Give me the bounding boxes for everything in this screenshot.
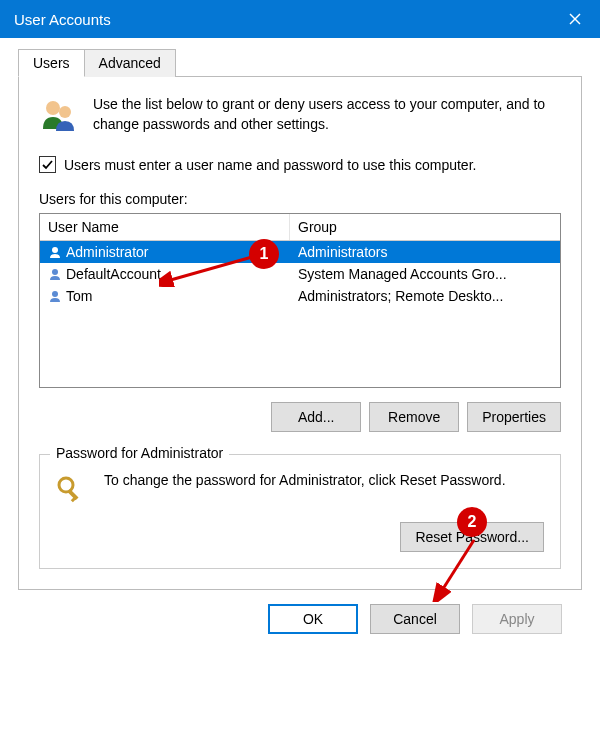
user-name: Tom [66,288,92,304]
user-row-administrator[interactable]: Administrator Administrators [40,241,560,263]
password-groupbox-legend: Password for Administrator [50,445,229,461]
user-group: System Managed Accounts Gro... [290,263,560,285]
ok-button[interactable]: OK [268,604,358,634]
reset-password-button[interactable]: Reset Password... [400,522,544,552]
user-group: Administrators; Remote Deskto... [290,285,560,307]
close-button[interactable] [550,0,600,38]
col-header-username[interactable]: User Name [40,214,290,240]
tab-users[interactable]: Users [18,49,85,77]
intro-text: Use the list below to grant or deny user… [93,95,561,138]
user-name: DefaultAccount [66,266,161,282]
list-header[interactable]: User Name Group [40,214,560,241]
window-title: User Accounts [14,11,550,28]
close-icon [569,13,581,25]
tab-advanced[interactable]: Advanced [84,49,176,77]
require-password-checkbox[interactable] [39,156,56,173]
svg-point-6 [52,291,58,297]
user-icon [48,267,62,281]
tab-panel-users: Use the list below to grant or deny user… [18,77,582,590]
dialog-buttons: OK Cancel Apply [18,590,582,650]
add-button[interactable]: Add... [271,402,361,432]
user-row-tom[interactable]: Tom Administrators; Remote Deskto... [40,285,560,307]
col-header-group[interactable]: Group [290,214,560,240]
titlebar: User Accounts [0,0,600,38]
check-icon [41,158,54,171]
apply-button: Apply [472,604,562,634]
svg-point-3 [59,106,71,118]
user-row-defaultaccount[interactable]: DefaultAccount System Managed Accounts G… [40,263,560,285]
user-icon [48,289,62,303]
password-groupbox: Password for Administrator To change the… [39,454,561,569]
svg-point-2 [46,101,60,115]
properties-button[interactable]: Properties [467,402,561,432]
svg-point-5 [52,269,58,275]
user-group: Administrators [290,241,560,263]
svg-point-4 [52,247,58,253]
remove-button[interactable]: Remove [369,402,459,432]
user-name: Administrator [66,244,148,260]
user-icon [48,245,62,259]
cancel-button[interactable]: Cancel [370,604,460,634]
password-text: To change the password for Administrator… [104,471,544,491]
svg-point-7 [59,478,73,492]
require-password-label: Users must enter a user name and passwor… [64,157,476,173]
tab-bar: Users Advanced [18,48,582,77]
users-list-label: Users for this computer: [39,191,561,207]
key-icon [56,475,88,508]
users-list[interactable]: User Name Group Administrator Administra… [39,213,561,388]
users-icon [39,95,79,138]
